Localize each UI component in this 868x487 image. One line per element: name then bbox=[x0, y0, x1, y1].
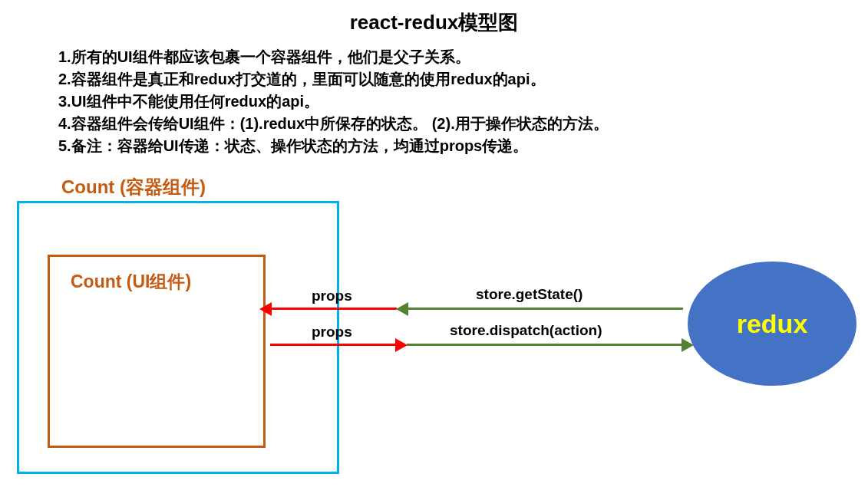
desc-line-4: 4.容器组件会传给UI组件：(1).redux中所保存的状态。 (2).用于操作… bbox=[58, 113, 609, 135]
props-in-label: props bbox=[312, 288, 352, 304]
desc-line-2: 2.容器组件是真正和redux打交道的，里面可以随意的使用redux的api。 bbox=[58, 68, 609, 90]
desc-line-5: 5.备注：容器给UI传递：状态、操作状态的方法，均通过props传递。 bbox=[58, 135, 609, 157]
description-block: 1.所有的UI组件都应该包裹一个容器组件，他们是父子关系。 2.容器组件是真正和… bbox=[58, 46, 609, 157]
getstate-arrow bbox=[407, 308, 683, 310]
dispatch-label: store.dispatch(action) bbox=[450, 322, 602, 339]
props-arrow-out bbox=[270, 344, 397, 346]
dispatch-arrow bbox=[407, 344, 683, 346]
redux-label: redux bbox=[737, 309, 808, 339]
getstate-label: store.getState() bbox=[476, 286, 583, 303]
desc-line-1: 1.所有的UI组件都应该包裹一个容器组件，他们是父子关系。 bbox=[58, 46, 609, 68]
props-out-label: props bbox=[312, 324, 352, 341]
desc-line-3: 3.UI组件中不能使用任何redux的api。 bbox=[58, 90, 609, 113]
diagram-title: react-redux模型图 bbox=[0, 9, 868, 36]
redux-store-ellipse: redux bbox=[688, 262, 856, 386]
container-component-label: Count (容器组件) bbox=[61, 175, 206, 199]
props-arrow-in bbox=[270, 308, 397, 310]
ui-component-label: Count (UI组件) bbox=[71, 270, 191, 294]
